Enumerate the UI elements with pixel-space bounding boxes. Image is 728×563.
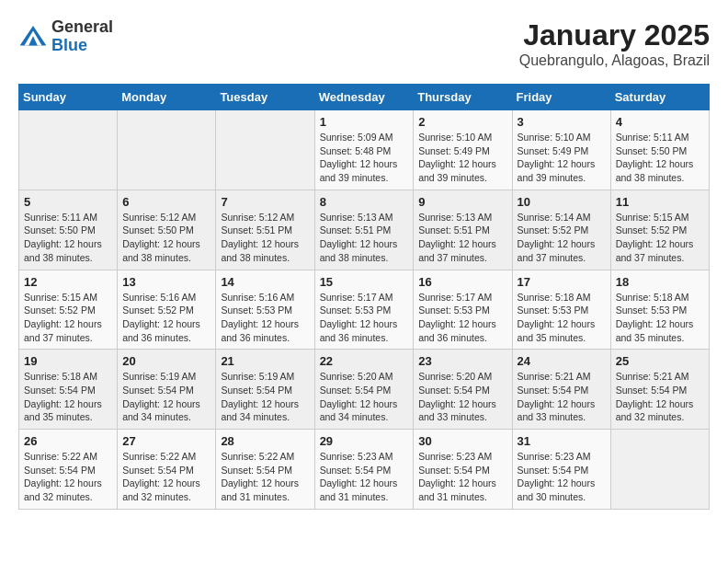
day-info: Sunrise: 5:19 AMSunset: 5:54 PMDaylight:… xyxy=(122,370,210,424)
logo-blue: Blue xyxy=(51,36,87,54)
day-number: 13 xyxy=(122,275,210,289)
calendar-day-cell: 22Sunrise: 5:20 AMSunset: 5:54 PMDayligh… xyxy=(314,350,414,430)
day-number: 14 xyxy=(221,275,309,289)
day-number: 17 xyxy=(518,275,606,289)
day-number: 4 xyxy=(616,115,704,129)
day-of-week-header: Thursday xyxy=(414,85,512,110)
title-block: January 2025 Quebrangulo, Alagoas, Brazi… xyxy=(519,18,710,69)
day-of-week-header: Saturday xyxy=(610,85,709,110)
calendar-day-cell: 1Sunrise: 5:09 AMSunset: 5:48 PMDaylight… xyxy=(314,110,414,190)
day-of-week-header: Friday xyxy=(512,85,610,110)
calendar-day-cell: 19Sunrise: 5:18 AMSunset: 5:54 PMDayligh… xyxy=(19,350,118,430)
page-subtitle: Quebrangulo, Alagoas, Brazil xyxy=(519,52,710,69)
day-info: Sunrise: 5:13 AMSunset: 5:51 PMDaylight:… xyxy=(320,211,409,265)
calendar-day-cell: 26Sunrise: 5:22 AMSunset: 5:54 PMDayligh… xyxy=(19,430,118,510)
calendar-day-cell: 3Sunrise: 5:10 AMSunset: 5:49 PMDaylight… xyxy=(512,110,610,190)
day-info: Sunrise: 5:13 AMSunset: 5:51 PMDaylight:… xyxy=(418,211,506,265)
day-info: Sunrise: 5:22 AMSunset: 5:54 PMDaylight:… xyxy=(24,450,112,504)
calendar-day-cell: 6Sunrise: 5:12 AMSunset: 5:50 PMDaylight… xyxy=(118,190,216,270)
calendar-day-cell: 31Sunrise: 5:23 AMSunset: 5:54 PMDayligh… xyxy=(512,430,610,510)
day-info: Sunrise: 5:20 AMSunset: 5:54 PMDaylight:… xyxy=(320,370,409,424)
day-number: 16 xyxy=(418,275,506,289)
day-number: 27 xyxy=(122,434,210,448)
calendar-day-cell: 5Sunrise: 5:11 AMSunset: 5:50 PMDaylight… xyxy=(19,190,118,270)
days-of-week-row: SundayMondayTuesdayWednesdayThursdayFrid… xyxy=(19,85,710,110)
day-of-week-header: Monday xyxy=(118,85,216,110)
day-number: 19 xyxy=(24,354,112,368)
logo-icon xyxy=(18,22,48,52)
day-info: Sunrise: 5:10 AMSunset: 5:49 PMDaylight:… xyxy=(418,131,506,185)
calendar-day-cell: 16Sunrise: 5:17 AMSunset: 5:53 PMDayligh… xyxy=(414,270,512,350)
calendar-day-cell: 12Sunrise: 5:15 AMSunset: 5:52 PMDayligh… xyxy=(19,270,118,350)
calendar-week-row: 19Sunrise: 5:18 AMSunset: 5:54 PMDayligh… xyxy=(19,350,710,430)
day-number: 3 xyxy=(518,115,606,129)
calendar-body: 1Sunrise: 5:09 AMSunset: 5:48 PMDaylight… xyxy=(19,110,710,510)
calendar-day-cell: 14Sunrise: 5:16 AMSunset: 5:53 PMDayligh… xyxy=(216,270,314,350)
calendar-day-cell: 20Sunrise: 5:19 AMSunset: 5:54 PMDayligh… xyxy=(118,350,216,430)
calendar-day-cell xyxy=(19,110,118,190)
day-number: 23 xyxy=(418,354,506,368)
logo-general: General xyxy=(51,17,113,36)
day-info: Sunrise: 5:14 AMSunset: 5:52 PMDaylight:… xyxy=(518,211,606,265)
day-number: 9 xyxy=(418,195,506,209)
day-info: Sunrise: 5:23 AMSunset: 5:54 PMDaylight:… xyxy=(320,450,409,504)
day-info: Sunrise: 5:11 AMSunset: 5:50 PMDaylight:… xyxy=(616,131,704,185)
calendar-week-row: 5Sunrise: 5:11 AMSunset: 5:50 PMDaylight… xyxy=(19,190,710,270)
page-header: General Blue January 2025 Quebrangulo, A… xyxy=(18,18,710,69)
day-info: Sunrise: 5:23 AMSunset: 5:54 PMDaylight:… xyxy=(418,450,506,504)
calendar-day-cell: 11Sunrise: 5:15 AMSunset: 5:52 PMDayligh… xyxy=(610,190,709,270)
day-number: 24 xyxy=(518,354,606,368)
day-number: 10 xyxy=(518,195,606,209)
calendar-day-cell: 24Sunrise: 5:21 AMSunset: 5:54 PMDayligh… xyxy=(512,350,610,430)
day-info: Sunrise: 5:20 AMSunset: 5:54 PMDaylight:… xyxy=(418,370,506,424)
calendar-day-cell xyxy=(118,110,216,190)
calendar-day-cell: 15Sunrise: 5:17 AMSunset: 5:53 PMDayligh… xyxy=(314,270,414,350)
logo-text: General Blue xyxy=(51,18,113,55)
day-info: Sunrise: 5:16 AMSunset: 5:52 PMDaylight:… xyxy=(122,291,210,345)
calendar-day-cell: 13Sunrise: 5:16 AMSunset: 5:52 PMDayligh… xyxy=(118,270,216,350)
page-title: January 2025 xyxy=(519,18,710,52)
day-number: 8 xyxy=(320,195,409,209)
calendar-day-cell: 10Sunrise: 5:14 AMSunset: 5:52 PMDayligh… xyxy=(512,190,610,270)
day-number: 22 xyxy=(320,354,409,368)
calendar-day-cell: 2Sunrise: 5:10 AMSunset: 5:49 PMDaylight… xyxy=(414,110,512,190)
day-number: 21 xyxy=(221,354,309,368)
day-info: Sunrise: 5:16 AMSunset: 5:53 PMDaylight:… xyxy=(221,291,309,345)
day-info: Sunrise: 5:22 AMSunset: 5:54 PMDaylight:… xyxy=(122,450,210,504)
logo: General Blue xyxy=(18,18,113,55)
calendar-day-cell xyxy=(610,430,709,510)
day-info: Sunrise: 5:21 AMSunset: 5:54 PMDaylight:… xyxy=(518,370,606,424)
calendar-day-cell: 4Sunrise: 5:11 AMSunset: 5:50 PMDaylight… xyxy=(610,110,709,190)
day-number: 6 xyxy=(122,195,210,209)
day-of-week-header: Tuesday xyxy=(216,85,314,110)
day-info: Sunrise: 5:17 AMSunset: 5:53 PMDaylight:… xyxy=(320,291,409,345)
calendar-day-cell: 7Sunrise: 5:12 AMSunset: 5:51 PMDaylight… xyxy=(216,190,314,270)
calendar-day-cell: 23Sunrise: 5:20 AMSunset: 5:54 PMDayligh… xyxy=(414,350,512,430)
day-info: Sunrise: 5:12 AMSunset: 5:50 PMDaylight:… xyxy=(122,211,210,265)
calendar-day-cell: 21Sunrise: 5:19 AMSunset: 5:54 PMDayligh… xyxy=(216,350,314,430)
day-number: 2 xyxy=(418,115,506,129)
calendar-day-cell: 28Sunrise: 5:22 AMSunset: 5:54 PMDayligh… xyxy=(216,430,314,510)
day-number: 30 xyxy=(418,434,506,448)
calendar-header: SundayMondayTuesdayWednesdayThursdayFrid… xyxy=(19,85,710,110)
day-number: 5 xyxy=(24,195,112,209)
day-info: Sunrise: 5:17 AMSunset: 5:53 PMDaylight:… xyxy=(418,291,506,345)
day-info: Sunrise: 5:23 AMSunset: 5:54 PMDaylight:… xyxy=(518,450,606,504)
day-number: 1 xyxy=(320,115,409,129)
calendar-day-cell: 25Sunrise: 5:21 AMSunset: 5:54 PMDayligh… xyxy=(610,350,709,430)
day-info: Sunrise: 5:22 AMSunset: 5:54 PMDaylight:… xyxy=(221,450,309,504)
day-of-week-header: Sunday xyxy=(19,85,118,110)
calendar-day-cell: 29Sunrise: 5:23 AMSunset: 5:54 PMDayligh… xyxy=(314,430,414,510)
day-number: 11 xyxy=(616,195,704,209)
day-number: 31 xyxy=(518,434,606,448)
calendar-day-cell: 18Sunrise: 5:18 AMSunset: 5:53 PMDayligh… xyxy=(610,270,709,350)
day-number: 7 xyxy=(221,195,309,209)
day-info: Sunrise: 5:09 AMSunset: 5:48 PMDaylight:… xyxy=(320,131,409,185)
day-info: Sunrise: 5:10 AMSunset: 5:49 PMDaylight:… xyxy=(518,131,606,185)
day-number: 12 xyxy=(24,275,112,289)
day-info: Sunrise: 5:18 AMSunset: 5:54 PMDaylight:… xyxy=(24,370,112,424)
day-of-week-header: Wednesday xyxy=(314,85,414,110)
day-info: Sunrise: 5:12 AMSunset: 5:51 PMDaylight:… xyxy=(221,211,309,265)
calendar-day-cell: 8Sunrise: 5:13 AMSunset: 5:51 PMDaylight… xyxy=(314,190,414,270)
day-info: Sunrise: 5:19 AMSunset: 5:54 PMDaylight:… xyxy=(221,370,309,424)
